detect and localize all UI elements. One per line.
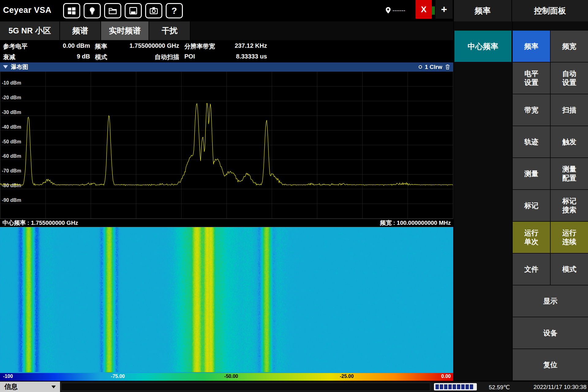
app-title: Ceyear VSA	[3, 6, 51, 15]
brightness-button[interactable]	[84, 3, 101, 18]
colorbar-label-min: -100	[3, 374, 13, 379]
cp-reset-button[interactable]: 复位	[513, 349, 588, 380]
rbw-value[interactable]: 237.12 KHz	[211, 42, 267, 49]
cp-run-continuous-button[interactable]: 运行 连续	[551, 222, 588, 253]
tab-spectrum[interactable]: 频谱	[60, 21, 101, 40]
frequency-value[interactable]: 1.755000000 GHz	[122, 42, 179, 49]
measurement-tabs: 5G NR 小区 频谱 实时频谱 干扰	[0, 21, 453, 40]
progress-block	[448, 384, 452, 389]
panel-title: 瀑布图	[11, 63, 28, 71]
cp-file-button[interactable]: 文件	[513, 254, 550, 285]
windows-icon	[67, 6, 77, 15]
datetime-readout: 2022/11/17 10:30:38	[533, 384, 586, 390]
ref-level-label: 参考电平	[3, 42, 28, 51]
poi-value[interactable]: 8.33333 us	[211, 53, 267, 60]
frequency-label: 频率	[95, 42, 107, 51]
waterfall-display[interactable]	[0, 227, 453, 373]
location-pin-icon	[385, 7, 391, 14]
trace-label: 1 Clrw	[425, 64, 442, 70]
cp-bandwidth-button[interactable]: 带宽	[513, 94, 550, 126]
cp-measure-config-button[interactable]: 测量 配置	[551, 158, 588, 189]
trace-controls: 1 Clrw	[419, 64, 450, 70]
span-readout: 频宽 : 100.000000000 MHz	[380, 219, 451, 227]
message-strip	[61, 383, 430, 391]
cp-marker-button[interactable]: 标记	[513, 190, 550, 221]
cp-frequency-button[interactable]: 频率	[513, 31, 550, 62]
temperature-readout: 52.59℃	[489, 384, 510, 391]
info-dropdown[interactable]: 信息	[0, 382, 60, 392]
progress-block	[461, 384, 465, 389]
colorbar-label-25: -25.00	[340, 374, 354, 379]
add-tab-button[interactable]: +	[435, 0, 453, 19]
cp-level-settings-button[interactable]: 电平 设置	[513, 62, 550, 94]
tab-interference[interactable]: 干扰	[149, 21, 190, 40]
mode-value[interactable]: 自动扫描	[122, 53, 179, 61]
svg-text:-90 dBm: -90 dBm	[2, 198, 21, 203]
toolbar: ?	[63, 3, 183, 18]
collapse-caret-icon[interactable]	[3, 65, 8, 69]
freq-menu-column: 中心频率	[454, 21, 512, 381]
center-frequency-readout: 中心频率 : 1.755000000 GHz	[2, 219, 78, 227]
spectrum-plot[interactable]: -10 dBm-20 dBm-30 dBm-40 dBm-50 dBm-60 d…	[0, 71, 453, 219]
dropdown-caret-icon	[51, 386, 56, 388]
screenshot-button[interactable]	[145, 3, 162, 18]
top-bar: Ceyear VSA	[0, 0, 453, 21]
center-frequency-button[interactable]: 中心频率	[454, 31, 511, 62]
folder-icon	[108, 6, 118, 15]
frequency-info-bar: 中心频率 : 1.755000000 GHz 频宽 : 100.00000000…	[0, 219, 453, 227]
waterfall-canvas	[0, 227, 453, 372]
cp-mode-button[interactable]: 模式	[551, 254, 588, 285]
waterfall-panel-header: 瀑布图 1 Clrw	[0, 62, 453, 71]
progress-block	[466, 384, 469, 389]
cp-measure-button[interactable]: 测量	[513, 158, 550, 189]
progress-block	[453, 384, 456, 389]
layout-button[interactable]	[63, 3, 80, 18]
measurement-settings: 参考电平 0.00 dBm 频率 1.755000000 GHz 分辨率带宽 2…	[0, 40, 453, 62]
cp-sweep-button[interactable]: 扫描	[551, 94, 588, 126]
progress-block	[440, 384, 443, 389]
colorbar-label-max: 0.00	[441, 374, 451, 379]
settings-row-1: 参考电平 0.00 dBm 频率 1.755000000 GHz 分辨率带宽 2…	[0, 41, 453, 51]
cp-marker-search-button[interactable]: 标记 搜索	[551, 190, 588, 221]
svg-text:-40 dBm: -40 dBm	[2, 124, 21, 130]
camera-icon	[149, 6, 159, 15]
svg-text:-70 dBm: -70 dBm	[2, 168, 21, 173]
attenuation-label: 衰减	[3, 53, 15, 61]
ref-level-value[interactable]: 0.00 dBm	[33, 42, 90, 49]
bulb-icon	[88, 6, 97, 16]
spectrum-trace-svg: -10 dBm-20 dBm-30 dBm-40 dBm-50 dBm-60 d…	[0, 72, 453, 218]
progress-block	[457, 384, 460, 389]
settings-row-2: 衰减 9 dB 模式 自动扫描 POI 8.33333 us	[0, 51, 453, 62]
file-open-button[interactable]	[104, 3, 121, 18]
cp-trace-button[interactable]: 轨迹	[513, 126, 550, 157]
help-button[interactable]: ?	[166, 3, 183, 18]
svg-text:-30 dBm: -30 dBm	[2, 110, 21, 115]
tab-5gnr-cell[interactable]: 5G NR 小区	[0, 21, 60, 40]
save-icon	[129, 6, 138, 15]
trash-icon[interactable]	[445, 64, 450, 70]
cp-display-button[interactable]: 显示	[513, 285, 588, 317]
close-tab-button[interactable]: X	[416, 0, 432, 19]
control-panel-column: 频率 频宽 电平 设置 自动 设置 带宽 扫描 轨迹 触发 测量 测量 配置 标…	[513, 21, 588, 381]
freq-menu-header: 频率	[454, 0, 512, 21]
right-panel-headers: 频率 控制面板	[454, 0, 588, 21]
cp-run-single-button[interactable]: 运行 单次	[513, 222, 550, 253]
acquisition-progress-blocks	[434, 383, 477, 390]
trace-status-icon	[419, 65, 422, 69]
tab-realtime-spectrum[interactable]: 实时频谱	[101, 21, 149, 40]
cp-device-button[interactable]: 设备	[513, 317, 588, 349]
save-button[interactable]	[125, 3, 142, 18]
colorbar-label-75: -75.00	[111, 374, 125, 379]
svg-text:-10 dBm: -10 dBm	[2, 80, 21, 85]
cp-span-button[interactable]: 频宽	[551, 31, 588, 62]
progress-block	[435, 384, 439, 389]
gps-indicator: -------	[385, 7, 405, 14]
cp-auto-settings-button[interactable]: 自动 设置	[551, 62, 588, 94]
svg-text:-50 dBm: -50 dBm	[2, 139, 21, 144]
svg-text:-80 dBm: -80 dBm	[2, 183, 21, 188]
vsa-app: Ceyear VSA	[0, 0, 588, 392]
rbw-label: 分辨率带宽	[184, 42, 215, 51]
attenuation-value[interactable]: 9 dB	[33, 53, 90, 60]
cp-trigger-button[interactable]: 触发	[551, 126, 588, 157]
svg-text:-20 dBm: -20 dBm	[2, 95, 21, 100]
